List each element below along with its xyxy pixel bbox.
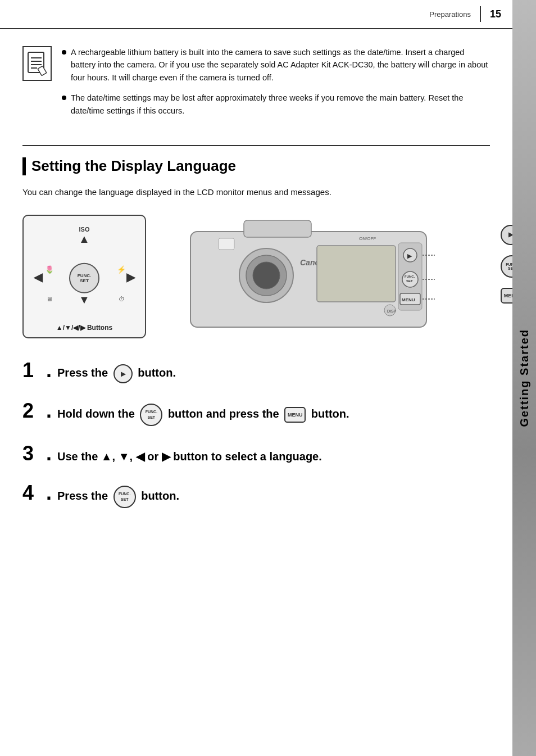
document-icon — [27, 51, 47, 76]
note-bullet-2: The date/time settings may be lost after… — [62, 92, 490, 117]
step-3-number: 3 — [22, 443, 40, 464]
step-1-text: Press the ▶ button. — [57, 364, 176, 383]
section-divider — [22, 145, 490, 146]
step-1: 1 . Press the ▶ button. — [22, 359, 490, 384]
display-icon: 🖥 — [46, 296, 52, 302]
step-3-text: Use the ▲, ▼, ◀ or ▶ button to select a … — [57, 449, 322, 464]
svg-text:▶: ▶ — [407, 252, 412, 259]
section-heading: Setting the Display Language — [22, 157, 490, 175]
button-panel: ISO ▲ ▼ ◀ ▶ 🌷 ⚡ 🖥 ⏱ FUNC. SET ▲/▼/◀/▶ Bu… — [22, 215, 146, 338]
svg-rect-13 — [317, 246, 396, 302]
side-tab-label: Getting Started — [518, 329, 531, 427]
step-4: 4 . Press the FUNC. SET button. — [22, 481, 490, 508]
note-icon — [22, 46, 52, 81]
svg-text:MENU: MENU — [402, 297, 415, 302]
page-number: 15 — [490, 8, 501, 20]
bullet-dot-1 — [62, 50, 66, 55]
flash-icon: ⚡ — [117, 265, 126, 274]
step-1-number: 1 — [22, 360, 40, 381]
arrow-right-icon: ▶ — [126, 270, 135, 284]
svg-text:SET: SET — [406, 279, 413, 283]
svg-rect-5 — [38, 66, 47, 75]
arrow-up-icon: ▲ — [79, 233, 90, 246]
step-3-arrows: ▲, ▼, ◀ or ▶ — [101, 450, 170, 463]
svg-point-10 — [253, 262, 280, 289]
main-content: A rechargeable lithium battery is built … — [0, 29, 512, 756]
note-section: A rechargeable lithium battery is built … — [22, 46, 490, 125]
iso-label: ISO — [79, 226, 90, 233]
step-2-number: 2 — [22, 401, 40, 421]
step-2-text: Hold down the FUNC. SET button and press… — [57, 404, 349, 426]
step-2-func-icon: FUNC. SET — [140, 404, 162, 426]
side-tab: Getting Started — [512, 0, 536, 756]
step-2: 2 . Hold down the FUNC. SET button and p… — [22, 399, 490, 426]
func-set-center-button[interactable]: FUNC. SET — [69, 262, 99, 293]
arrow-left-icon: ◀ — [34, 270, 42, 284]
svg-rect-11 — [219, 238, 234, 250]
svg-text:ON/OFF: ON/OFF — [359, 236, 376, 241]
header-divider — [480, 6, 481, 22]
note-bullet-1: A rechargeable lithium battery is built … — [62, 46, 490, 84]
note-text-area: A rechargeable lithium battery is built … — [62, 46, 490, 125]
step-4-text: Press the FUNC. SET button. — [57, 486, 179, 508]
bullet-dot-2 — [62, 96, 66, 100]
macro-icon: 🌷 — [45, 265, 54, 274]
step-4-func-icon: FUNC. SET — [113, 486, 136, 508]
camera-body-svg: Canon ON/OFF ▶ FUNC. SET MENU DISP — [155, 215, 490, 338]
camera-diagram: ISO ▲ ▼ ◀ ▶ 🌷 ⚡ 🖥 ⏱ FUNC. SET ▲/▼/◀/▶ Bu… — [22, 215, 490, 338]
svg-text:FUNC.: FUNC. — [405, 275, 415, 278]
timer-icon: ⏱ — [119, 296, 125, 302]
section-label: Preparations — [429, 10, 471, 19]
step-4-number: 4 — [22, 483, 40, 503]
page-header: Preparations 15 — [0, 0, 512, 29]
step-2-menu-icon: MENU — [284, 407, 306, 423]
svg-rect-7 — [244, 220, 311, 237]
svg-text:DISP: DISP — [387, 309, 397, 313]
section-intro: You can change the language displayed in… — [22, 185, 490, 199]
buttons-label: ▲/▼/◀/▶ Buttons — [56, 324, 112, 332]
step-1-play-icon: ▶ — [113, 364, 133, 383]
camera-body-area: Canon ON/OFF ▶ FUNC. SET MENU DISP — [155, 215, 490, 338]
arrow-down-icon: ▼ — [79, 293, 90, 306]
step-3: 3 . Use the ▲, ▼, ◀ or ▶ button to selec… — [22, 442, 490, 465]
